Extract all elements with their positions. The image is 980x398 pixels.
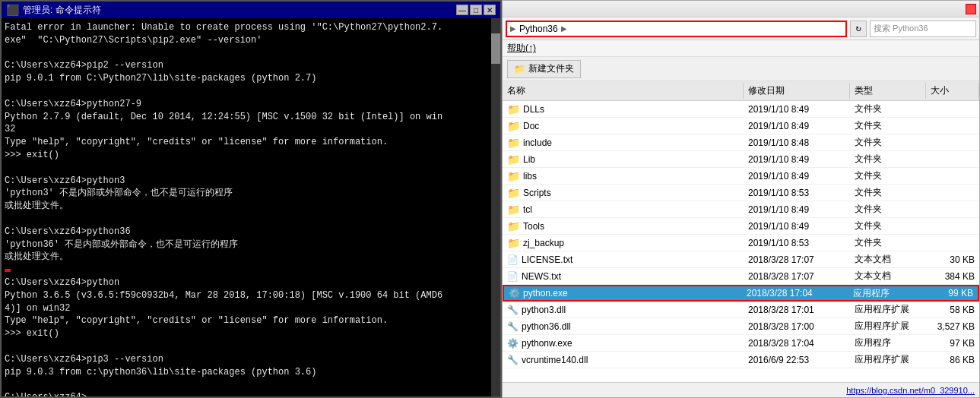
table-row[interactable]: 📁 Tools 2019/1/10 8:49 文件夹 [503,218,979,235]
file-date: 2018/3/28 17:07 [744,270,850,283]
file-name-cell: 🔧 python36.dll [503,321,744,333]
file-name: vcruntime140.dll [522,355,588,365]
cmd-text: Fatal error in launcher: Unable to creat… [5,21,497,396]
cmd-minimize-button[interactable]: — [456,5,468,15]
file-name-cell: 📁 zj_backup [503,236,744,250]
file-date: 2019/1/10 8:53 [744,237,850,249]
file-type: 应用程序扩展 [850,302,926,317]
txt-icon: 📄 [507,254,519,265]
file-name: Lib [523,154,535,165]
file-date: 2018/3/28 17:04 [744,337,850,349]
col-date-header[interactable]: 修改日期 [744,83,850,99]
file-type: 文件夹 [850,235,926,250]
addr-refresh-button[interactable]: ↻ [850,21,867,37]
file-name-cell: 📄 LICENSE.txt [503,254,744,266]
file-type: 文本文档 [850,252,926,267]
table-row[interactable]: 📁 DLLs 2019/1/10 8:49 文件夹 [503,101,979,118]
cmd-maximize-button[interactable]: □ [470,5,482,15]
table-row[interactable]: 📄 NEWS.txt 2018/3/28 17:07 文本文档 384 KB [503,268,979,285]
table-row[interactable]: 📁 tcl 2019/1/10 8:49 文件夹 [503,201,979,218]
explorer-close-button[interactable] [966,4,976,14]
file-size [926,175,979,177]
file-name-cell: 📄 NEWS.txt [503,270,744,283]
exe-icon: ⚙️ [507,338,519,349]
file-type: 文件夹 [850,219,926,233]
file-name: NEWS.txt [522,271,561,282]
file-name: python3.dll [522,305,566,315]
addr-controls: ↻ [850,21,867,37]
table-row[interactable]: 🔧 python36.dll 2018/3/28 17:00 应用程序扩展 3,… [503,318,979,335]
file-type: 文件夹 [850,135,926,150]
cmd-window: ⬛ 管理员: 命令提示符 — □ ✕ Fatal error in launch… [0,0,502,398]
file-date: 2018/3/28 17:01 [744,304,850,316]
new-folder-button[interactable]: 📁 新建文件夹 [507,60,581,78]
file-name-cell: 🔧 vcruntime140.dll [503,354,744,366]
cmd-controls: — □ ✕ [456,5,496,15]
cmd-title: 管理员: 命令提示符 [23,4,101,17]
file-table-body: 📁 DLLs 2019/1/10 8:49 文件夹 📁 Doc 2019/1/1… [503,101,979,382]
table-row[interactable]: ⚙️ pythonw.exe 2018/3/28 17:04 应用程序 97 K… [503,335,979,352]
explorer-menubar: 帮助(↑) [503,40,979,57]
explorer-addressbar: ▶ Python36 ▶ ↻ 搜索 Python36 [503,17,979,40]
table-row[interactable]: 📁 zj_backup 2019/1/10 8:53 文件夹 [503,235,979,251]
file-date: 2019/1/10 8:48 [744,137,850,149]
search-box[interactable]: 搜索 Python36 [870,21,976,37]
file-name-cell: 📁 Tools [503,220,744,233]
menu-help[interactable]: 帮助(↑) [507,42,536,55]
col-name-header[interactable]: 名称 [503,83,744,99]
table-row[interactable]: 📁 include 2019/1/10 8:48 文件夹 [503,134,979,151]
file-size [926,109,979,110]
file-type: 文件夹 [850,202,926,216]
new-folder-label: 新建文件夹 [528,62,574,75]
table-row[interactable]: 📁 libs 2019/1/10 8:49 文件夹 [503,168,979,185]
cmd-scrollbar[interactable] [491,18,500,396]
explorer-titlebar [503,1,979,17]
file-name-cell: 📁 tcl [503,203,744,216]
file-name-cell: 📁 include [503,136,744,150]
cmd-titlebar: ⬛ 管理员: 命令提示符 — □ ✕ [2,2,500,18]
cmd-icon: ⬛ [6,4,19,16]
cmd-scrollbar-thumb[interactable] [491,33,500,64]
col-size-header[interactable]: 大小 [926,83,979,99]
file-size [926,226,979,227]
explorer-window: ▶ Python36 ▶ ↻ 搜索 Python36 帮助(↑) 📁 新建文件夹… [502,0,980,398]
col-type-header[interactable]: 类型 [850,83,926,99]
dll-icon: 🔧 [507,305,519,315]
file-size: 384 KB [926,270,979,283]
folder-icon: 📁 [507,103,520,115]
table-row[interactable]: 📁 Scripts 2019/1/10 8:53 文件夹 [503,185,979,201]
table-row[interactable]: 🔧 vcruntime140.dll 2016/6/9 22:53 应用程序扩展… [503,352,979,368]
folder-icon: 📁 [507,204,520,216]
file-type: 应用程序扩展 [850,319,926,333]
file-size: 58 KB [926,304,979,316]
exe-icon: ⚙️ [509,288,520,298]
file-type: 应用程序 [848,286,924,301]
file-name-cell: 🔧 python3.dll [503,304,744,316]
file-type: 文件夹 [850,185,926,200]
file-size [926,125,979,127]
table-row[interactable]: 📁 Lib 2019/1/10 8:49 文件夹 [503,151,979,168]
table-row[interactable]: 📄 LICENSE.txt 2018/3/28 17:07 文本文档 30 KB [503,251,979,268]
address-path-box[interactable]: ▶ Python36 ▶ [506,21,847,37]
cmd-content: Fatal error in launcher: Unable to creat… [2,18,500,396]
file-name-cell: 📁 Scripts [503,186,744,200]
table-row[interactable]: 📁 Doc 2019/1/10 8:49 文件夹 [503,118,979,134]
file-name: DLLs [523,104,544,115]
file-date: 2016/6/9 22:53 [744,354,850,366]
folder-icon: 📁 [507,170,520,182]
file-type: 应用程序扩展 [850,352,926,367]
file-name-cell: 📁 DLLs [503,103,744,116]
dll-icon: 🔧 [507,321,519,332]
file-size [926,192,979,194]
table-row[interactable]: ⚙️ python.exe 2018/3/28 17:04 应用程序 99 KB [503,285,979,302]
file-type: 文件夹 [850,152,926,166]
file-type: 应用程序 [850,336,926,350]
file-date: 2018/3/28 17:00 [744,321,850,333]
file-name: libs [523,171,537,182]
cmd-titlebar-left: ⬛ 管理员: 命令提示符 [6,4,101,17]
folder-icon: 📁 [507,153,520,166]
cmd-close-button[interactable]: ✕ [484,5,496,15]
table-row[interactable]: 🔧 python3.dll 2018/3/28 17:01 应用程序扩展 58 … [503,302,979,318]
file-type: 文本文档 [850,269,926,283]
folder-icon: 📁 [507,120,520,132]
